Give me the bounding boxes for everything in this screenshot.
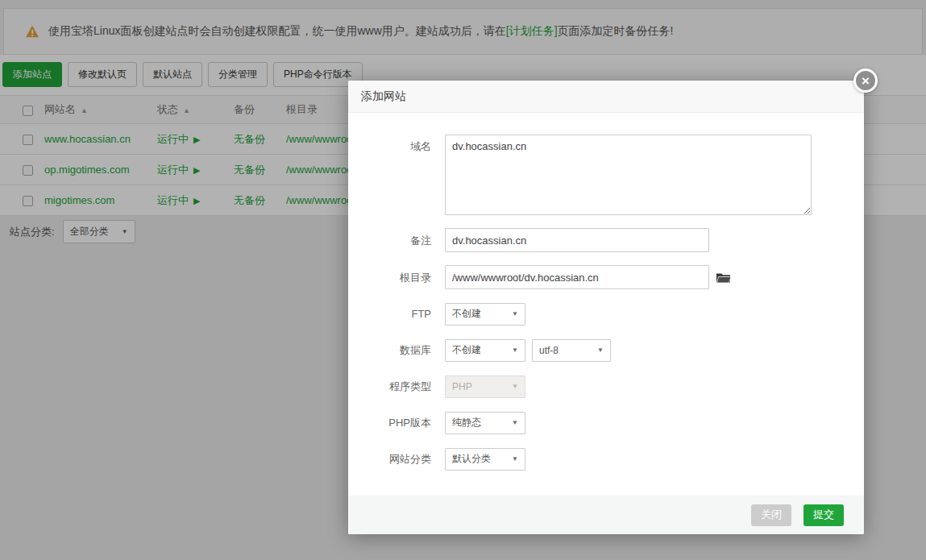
charset-select[interactable]: utf-8 ▼ (532, 339, 611, 362)
chevron-down-icon: ▼ (512, 346, 518, 354)
modal-title: 添加网站 (361, 89, 406, 104)
ftp-label: FTP (348, 302, 445, 326)
database-select-value: 不创建 (452, 343, 481, 357)
root-dir-input[interactable] (445, 265, 709, 289)
program-type-select: PHP ▼ (445, 375, 525, 398)
close-icon[interactable]: × (853, 68, 878, 93)
folder-icon[interactable] (716, 272, 731, 284)
form-row-domain: 域名 dv.hocassian.cn (348, 135, 864, 215)
php-version-value: 纯静态 (452, 416, 481, 429)
form-row-note: 备注 (348, 228, 864, 252)
form-row-program-type: 程序类型 PHP ▼ (348, 375, 864, 398)
program-type-label: 程序类型 (348, 375, 445, 398)
modal-header: 添加网站 (348, 81, 864, 113)
root-dir-label: 根目录 (348, 266, 445, 289)
ftp-select-value: 不创建 (452, 307, 481, 321)
form-row-site-category: 网站分类 默认分类 ▼ (348, 447, 864, 471)
form-row-php-version: PHP版本 纯静态 ▼ (348, 411, 864, 434)
form-row-database: 数据库 不创建 ▼ utf-8 ▼ (348, 338, 864, 362)
modal-footer: 关闭 提交 (348, 496, 864, 534)
php-version-label: PHP版本 (348, 411, 445, 434)
database-label: 数据库 (348, 338, 445, 362)
note-label: 备注 (348, 229, 445, 252)
site-category-label: 网站分类 (348, 447, 445, 471)
database-select[interactable]: 不创建 ▼ (445, 339, 525, 362)
chevron-down-icon: ▼ (597, 346, 604, 354)
chevron-down-icon: ▼ (512, 455, 518, 463)
form-row-ftp: FTP 不创建 ▼ (348, 302, 864, 326)
form-row-root: 根目录 (348, 265, 864, 289)
domain-label: 域名 (348, 135, 445, 158)
submit-button[interactable]: 提交 (804, 504, 844, 526)
modal-body: 域名 dv.hocassian.cn 备注 根目录 FTP 不创建 ▼ (348, 113, 864, 471)
charset-select-value: utf-8 (539, 345, 559, 356)
site-category-select[interactable]: 默认分类 ▼ (445, 448, 525, 471)
add-website-modal: × 添加网站 域名 dv.hocassian.cn 备注 根目录 FTP (348, 81, 864, 534)
note-input[interactable] (445, 228, 709, 252)
chevron-down-icon: ▼ (512, 310, 518, 317)
ftp-select[interactable]: 不创建 ▼ (445, 303, 525, 326)
site-category-value: 默认分类 (452, 452, 491, 466)
program-type-value: PHP (452, 381, 472, 392)
close-button[interactable]: 关闭 (751, 504, 791, 526)
domain-textarea[interactable]: dv.hocassian.cn (445, 135, 812, 215)
php-version-select[interactable]: 纯静态 ▼ (445, 412, 525, 434)
chevron-down-icon: ▼ (512, 419, 518, 426)
chevron-down-icon: ▼ (512, 383, 518, 390)
